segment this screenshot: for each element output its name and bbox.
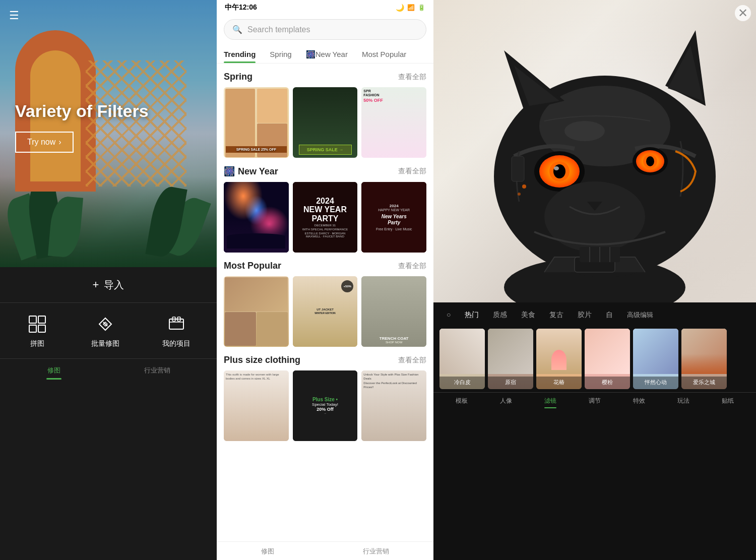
filter-tab-custom[interactable]: 自 (599, 307, 620, 323)
svg-rect-2 (29, 325, 36, 332)
pink-label: 樱粉 (585, 377, 630, 389)
ps-card-3-inner: Unlock Your Style with Plus Size Fashion… (361, 370, 426, 441)
filter-tab-advanced[interactable]: 高级编辑 (620, 307, 660, 323)
tab-new-year[interactable]: 🎆New Year (299, 46, 355, 63)
filter-tab-retro[interactable]: 复古 (542, 307, 571, 323)
svg-point-34 (518, 193, 521, 196)
func-filters-label: 滤镜 (544, 397, 556, 405)
ps-template-1[interactable]: This outfit is made for women with large… (224, 370, 289, 441)
ps-template-2[interactable]: Plus Size • Special Today! 20% Off → (293, 370, 358, 441)
func-templates-label: 模板 (456, 397, 468, 405)
func-nav-portrait[interactable]: 人像 (500, 397, 512, 408)
mp-template-2[interactable]: UT JACKETWINTER EDITION +50% (293, 276, 358, 347)
spring-sale-badge: SPRING SALE → (299, 145, 352, 155)
func-nav-stickers[interactable]: 贴纸 (722, 397, 734, 408)
func-nav-adjust[interactable]: 调节 (589, 397, 601, 408)
spring-template-2[interactable]: SPRING SALE → (293, 87, 358, 158)
spring-see-all[interactable]: 查看全部 (398, 73, 426, 82)
flower-stalks-preview (536, 329, 582, 374)
search-input[interactable]: Search templates (247, 25, 310, 34)
close-button[interactable]: ✕ (735, 5, 751, 21)
ny-card-3-content: 2024 HAPPY NEW YEAR New YearsParty Free … (361, 182, 426, 253)
svg-point-18 (553, 164, 565, 178)
func-play-label: 玩法 (677, 397, 689, 405)
left-nav-edit[interactable]: 修图 (46, 366, 61, 380)
cold-white-bg (439, 329, 485, 374)
mp-card-3-content: TRENCH COAT SHOP NOW (361, 276, 426, 347)
menu-icon[interactable]: ☰ (9, 9, 19, 22)
status-icons: 🌙 📶 🔋 (396, 4, 425, 12)
func-portrait-label: 人像 (500, 397, 512, 405)
middle-bottom-nav: 修图 行业营销 (217, 541, 433, 560)
import-plus-icon: + (93, 278, 99, 291)
middle-nav-marketing-label: 行业营销 (363, 547, 389, 556)
ny-card-2-inner: 2024NEW YEARPARTY DECEMBER 31 WITH SPECI… (293, 182, 358, 253)
discount-badge: +50% (341, 280, 353, 292)
filter-heartbeat[interactable]: 怦然心动 (633, 329, 678, 389)
ps-card-2-content: Plus Size • Special Today! 20% Off → (293, 370, 358, 441)
crowd-silhouette (224, 217, 289, 253)
ny-date-text: DECEMBER 31 (314, 224, 336, 227)
collage-icon (26, 313, 48, 335)
most-popular-section-title: Most Popular (224, 261, 281, 271)
tab-trending[interactable]: Trending (224, 46, 263, 63)
tab-most-popular[interactable]: Most Popular (355, 46, 413, 63)
mp-card-2-inner: UT JACKETWINTER EDITION +50% (293, 276, 358, 347)
middle-panel: 中午12:06 🌙 📶 🔋 🔍 Search templates Trendin… (217, 0, 433, 560)
filter-tab-trending[interactable]: 热门 (458, 307, 486, 323)
svg-point-23 (646, 156, 654, 166)
ny-card-3-inner: 2024 HAPPY NEW YEAR New YearsParty Free … (361, 182, 426, 253)
middle-nav-edit[interactable]: 修图 (261, 547, 274, 556)
right-top-panel: ✕ (433, 0, 756, 302)
spring-template-3[interactable]: SPRFASHION50% OFF (361, 87, 426, 158)
func-nav-templates[interactable]: 模板 (456, 397, 468, 408)
filter-original[interactable]: 原宿 (488, 329, 533, 389)
mp-template-3[interactable]: TRENCH COAT SHOP NOW (361, 276, 426, 347)
import-button[interactable]: + 导入 (0, 267, 217, 302)
func-nav-effects[interactable]: 特效 (633, 397, 645, 408)
ps-template-3[interactable]: Unlock Your Style with Plus Size Fashion… (361, 370, 426, 441)
try-now-label: Try now (27, 138, 55, 147)
quick-action-projects[interactable]: 我的项目 (162, 313, 191, 348)
left-nav-marketing[interactable]: 行业营销 (144, 366, 170, 375)
svg-rect-31 (512, 156, 524, 181)
filter-tab-food[interactable]: 美食 (514, 307, 542, 323)
filter-tab-none[interactable]: ○ (439, 307, 458, 323)
filter-tab-quality[interactable]: 质感 (486, 307, 514, 323)
hero-image: ☰ Variety of Filters Try now › (0, 0, 217, 267)
anime-svg (433, 0, 756, 302)
func-nav-play[interactable]: 玩法 (677, 397, 689, 408)
quick-action-batch[interactable]: 批量修图 (91, 313, 119, 348)
right-panels: ✕ ○ 热门 质感 美食 复古 胶片 自 高级编辑 冷白皮 (433, 0, 756, 560)
spring-template-1[interactable]: SPRING SALE 25% OFF (224, 87, 289, 158)
new-year-see-all[interactable]: 查看全部 (398, 167, 426, 176)
no-filter-icon: ○ (447, 310, 451, 319)
tab-spring[interactable]: Spring (263, 46, 298, 63)
most-popular-templates-grid: UT JACKETWINTER EDITION +50% TRENCH COAT… (224, 276, 426, 347)
spring-sale-text: SPRING SALE 25% OFF (226, 146, 287, 153)
filter-pink[interactable]: 樱粉 (585, 329, 630, 389)
search-bar[interactable]: 🔍 Search templates (224, 19, 426, 40)
svg-point-32 (564, 121, 605, 141)
middle-nav-marketing[interactable]: 行业营销 (363, 547, 389, 556)
ny-template-1[interactable] (224, 182, 289, 253)
filter-tab-film[interactable]: 胶片 (571, 307, 599, 323)
mp-collage-1 (224, 276, 289, 347)
filter-flower-stalks[interactable]: 花椿 (536, 329, 582, 389)
filter-cold-white[interactable]: 冷白皮 (439, 329, 485, 389)
ny-template-2[interactable]: 2024NEW YEARPARTY DECEMBER 31 WITH SPECI… (293, 182, 358, 253)
most-popular-see-all[interactable]: 查看全部 (398, 262, 426, 271)
heartbeat-label: 怦然心动 (633, 377, 678, 389)
ny-template-3[interactable]: 2024 HAPPY NEW YEAR New YearsParty Free … (361, 182, 426, 253)
filter-love-city[interactable]: 爱乐之城 (681, 329, 727, 389)
quick-action-collage[interactable]: 拼图 (26, 313, 48, 348)
mp-template-1[interactable] (224, 276, 289, 347)
try-now-button[interactable]: Try now › (15, 132, 74, 153)
left-panel: ☰ Variety of Filters Try now › + 导入 拼图 (0, 0, 217, 560)
plus-size-see-all[interactable]: 查看全部 (398, 356, 426, 365)
projects-label: 我的项目 (162, 339, 191, 348)
plus-size-section-title: Plus size clothing (224, 355, 300, 365)
spring-fashion-text: SPRFASHION50% OFF (363, 89, 383, 103)
func-nav-filters[interactable]: 滤镜 (544, 397, 556, 408)
arrow-label: → (324, 412, 327, 415)
